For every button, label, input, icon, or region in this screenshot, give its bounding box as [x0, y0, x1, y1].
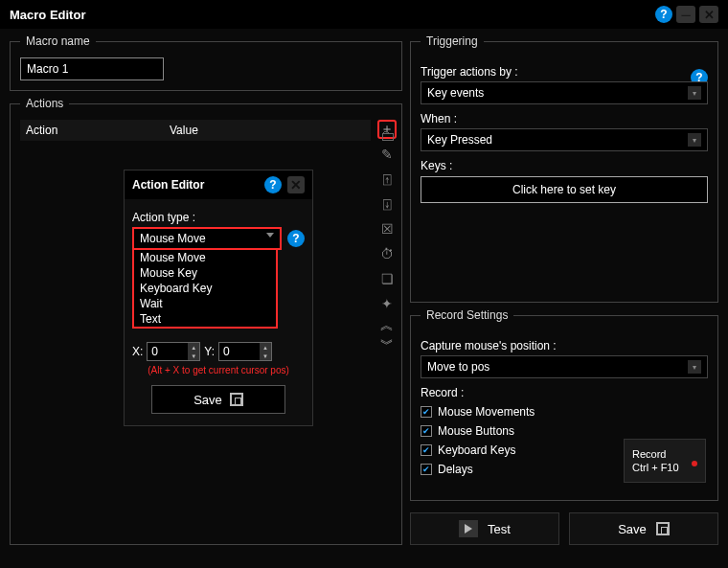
check-label: Mouse Movements	[438, 405, 535, 419]
save-icon	[656, 522, 670, 535]
dropdown-option[interactable]: Mouse Key	[134, 265, 276, 281]
keys-label: Keys :	[421, 159, 708, 172]
capture-value: Move to pos	[427, 360, 489, 374]
minimize-button[interactable]: ─	[676, 6, 695, 23]
duplicate-icon[interactable]: ❏	[377, 269, 397, 288]
chevron-down-icon: ▾	[688, 86, 701, 100]
set-key-button[interactable]: Click here to set key	[421, 176, 708, 203]
test-label: Test	[488, 522, 511, 536]
record-settings-group: Record Settings Capture mouse's position…	[410, 308, 718, 501]
check-mouse-movements[interactable]: ✔ Mouse Movements	[421, 405, 708, 419]
action-type-help-icon[interactable]: ?	[287, 230, 305, 247]
save-label: Save	[618, 522, 647, 536]
chevron-down-icon: ▾	[688, 133, 701, 147]
macro-name-input[interactable]	[20, 57, 164, 80]
record-label: Record :	[421, 386, 708, 399]
capture-label: Capture mouse's position :	[421, 339, 708, 352]
action-type-label: Action type :	[132, 211, 305, 224]
x-spin-up[interactable]: ▲	[188, 343, 199, 352]
save-icon	[230, 393, 243, 406]
y-spin-down[interactable]: ▼	[260, 352, 271, 360]
checkbox-icon: ✔	[421, 406, 432, 418]
action-type-value: Mouse Move	[140, 232, 206, 245]
macro-name-legend: Macro name	[20, 34, 96, 48]
action-type-select[interactable]: Mouse Move	[132, 227, 282, 250]
action-editor-help-icon[interactable]: ?	[264, 176, 282, 193]
ae-save-label: Save	[193, 393, 222, 407]
down-arrows-icon[interactable]: ︾	[377, 338, 397, 352]
action-editor-title: Action Editor	[132, 178, 259, 192]
when-select[interactable]: Key Pressed ▾	[421, 128, 708, 151]
up-arrows-icon[interactable]: ︽	[377, 319, 397, 332]
chevron-down-icon: ▾	[688, 360, 701, 374]
clear-icon[interactable]: ✦	[377, 294, 397, 313]
when-label: When :	[421, 112, 708, 125]
insert-below-icon[interactable]: ⍗	[377, 194, 397, 214]
chevron-down-icon	[266, 233, 274, 238]
dropdown-option[interactable]: Keyboard Key	[134, 281, 276, 296]
actions-legend: Actions	[20, 97, 69, 110]
close-button[interactable]: ✕	[699, 6, 718, 23]
help-icon[interactable]: ?	[655, 6, 672, 23]
action-type-dropdown: Mouse Move Mouse Key Keyboard Key Wait T…	[132, 250, 278, 329]
record-button[interactable]: Record Ctrl + F10	[624, 439, 706, 483]
check-mouse-buttons[interactable]: ✔ Mouse Buttons	[421, 424, 708, 438]
dropdown-option[interactable]: Text	[134, 311, 276, 327]
dropdown-option[interactable]: Wait	[134, 296, 276, 311]
trigger-by-select[interactable]: Key events ▾	[421, 81, 708, 104]
check-label: Delays	[438, 463, 473, 476]
checkbox-icon: ✔	[421, 444, 432, 456]
action-editor-save-button[interactable]: Save	[151, 385, 285, 414]
trigger-by-value: Key events	[427, 86, 484, 100]
edit-action-icon[interactable]: ✎	[377, 145, 397, 164]
action-editor-close-button[interactable]: ✕	[287, 176, 305, 193]
timer-icon[interactable]: ⏱	[377, 244, 397, 263]
col-action-header: Action	[26, 124, 170, 137]
when-value: Key Pressed	[427, 133, 492, 147]
triggering-group: Triggering ? Trigger actions by : Key ev…	[410, 34, 718, 303]
test-button[interactable]: Test	[410, 512, 559, 545]
record-btn-line2: Ctrl + F10	[632, 462, 697, 473]
x-label: X:	[132, 345, 143, 358]
delete-action-icon[interactable]: ☒	[377, 219, 397, 239]
action-editor-panel: Action Editor ? ✕ Action type : Mouse Mo…	[124, 170, 313, 426]
titlebar: Macro Editor ? ─ ✕	[0, 0, 728, 29]
insert-above-icon[interactable]: ⍐	[377, 170, 397, 189]
save-button[interactable]: Save	[569, 512, 718, 545]
capture-select[interactable]: Move to pos ▾	[421, 355, 708, 378]
triggering-legend: Triggering	[421, 34, 484, 48]
play-icon	[459, 520, 478, 537]
actions-header: Action Value	[20, 120, 371, 141]
dropdown-option[interactable]: Mouse Move	[134, 250, 276, 265]
y-spin-up[interactable]: ▲	[260, 343, 271, 352]
trigger-by-label: Trigger actions by :	[421, 65, 708, 79]
y-label: Y:	[204, 345, 215, 358]
window-title: Macro Editor	[10, 8, 655, 22]
record-btn-line1: Record	[632, 448, 697, 460]
folder-icon[interactable]: 🗀	[380, 127, 396, 145]
record-dot-icon	[692, 461, 697, 466]
check-label: Keyboard Keys	[438, 443, 515, 457]
record-settings-legend: Record Settings	[421, 308, 513, 322]
actions-toolbar: ＋ ✎ ⍐ ⍗ ☒ ⏱ ❏ ✦ ︽ ︾	[376, 120, 398, 352]
macro-name-group: Macro name	[10, 34, 402, 91]
col-value-header: Value	[170, 124, 365, 137]
cursor-hint: (Alt + X to get current cursor pos)	[132, 365, 305, 375]
check-label: Mouse Buttons	[438, 424, 514, 438]
actions-group: Actions Action Value ＋ ✎ ⍐ ⍗ ☒ ⏱ ❏ ✦ ︽ ︾…	[10, 97, 402, 545]
checkbox-icon: ✔	[421, 464, 432, 475]
checkbox-icon: ✔	[421, 425, 432, 437]
x-spin-down[interactable]: ▼	[188, 352, 199, 360]
